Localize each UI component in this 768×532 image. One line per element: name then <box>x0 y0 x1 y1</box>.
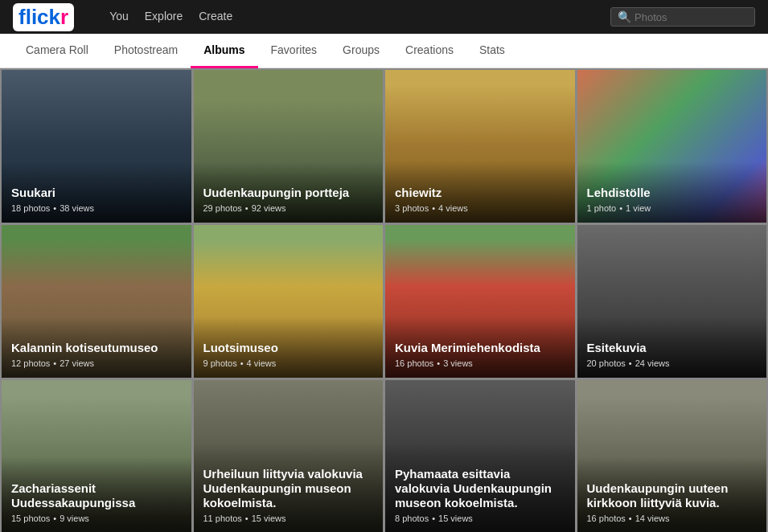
album-views: 4 views <box>247 358 277 368</box>
tabs-bar: Camera Roll Photostream Albums Favorites… <box>0 34 768 68</box>
album-tile[interactable]: Pyhamaata esittavia valokuvia Uudenkaupu… <box>385 380 575 532</box>
nav-you[interactable]: You <box>103 6 135 28</box>
tab-groups[interactable]: Groups <box>330 34 392 68</box>
album-photos: 15 photos <box>11 514 50 523</box>
album-meta: 18 photos•38 views <box>11 203 182 213</box>
album-views: 15 views <box>252 514 286 523</box>
album-meta: 29 photos•92 views <box>203 203 374 213</box>
album-photos: 18 photos <box>11 203 50 213</box>
album-photos: 29 photos <box>203 203 242 213</box>
album-overlay: Kalannin kotiseutumuseo12 photos•27 view… <box>2 317 191 378</box>
album-overlay: chiewitz3 photos•4 views <box>385 162 575 223</box>
dot-separator: • <box>437 358 440 368</box>
album-title: Esitekuvia <box>587 341 758 355</box>
dot-separator: • <box>53 514 56 523</box>
album-meta: 8 photos•15 views <box>395 514 565 523</box>
album-tile[interactable]: Suukari18 photos•38 views <box>2 70 191 223</box>
dot-separator: • <box>629 514 632 523</box>
album-tile[interactable]: Kuvia Merimiehenkodista16 photos•3 views <box>385 225 575 378</box>
album-meta: 12 photos•27 views <box>11 358 182 368</box>
tab-camera-roll[interactable]: Camera Roll <box>13 34 101 68</box>
album-photos: 11 photos <box>203 514 242 523</box>
album-meta: 20 photos•24 views <box>587 358 758 368</box>
album-photos: 8 photos <box>395 514 429 523</box>
album-meta: 1 photo•1 view <box>587 203 758 213</box>
album-overlay: Zachariassenit Uudessakaupungissa15 phot… <box>2 457 191 532</box>
album-views: 1 view <box>626 203 651 213</box>
dot-separator: • <box>432 203 435 213</box>
album-title: Lehdistölle <box>587 186 758 200</box>
album-tile[interactable]: Uudenkaupungin uuteen kirkkoon liittyviä… <box>577 380 767 532</box>
album-title: Kuvia Merimiehenkodista <box>395 341 565 355</box>
logo-blue: flick <box>18 5 60 30</box>
album-meta: 16 photos•14 views <box>587 514 758 523</box>
flickr-logo: flickr <box>13 3 80 31</box>
album-tile[interactable]: Kalannin kotiseutumuseo12 photos•27 view… <box>2 225 191 378</box>
album-title: Luotsimuseo <box>203 341 374 355</box>
album-tile[interactable]: Esitekuvia20 photos•24 views <box>577 225 767 378</box>
album-views: 3 views <box>443 358 473 368</box>
tab-stats[interactable]: Stats <box>466 34 518 68</box>
album-title: Zachariassenit Uudessakaupungissa <box>11 481 182 510</box>
album-overlay: Uudenkaupungin uuteen kirkkoon liittyviä… <box>577 457 767 532</box>
dot-separator: • <box>240 358 244 368</box>
albums-container: Suukari18 photos•38 viewsUudenkaupungin … <box>0 68 768 532</box>
dot-separator: • <box>53 203 56 213</box>
album-views: 14 views <box>635 514 670 523</box>
album-title: chiewitz <box>395 186 565 200</box>
album-title: Kalannin kotiseutumuseo <box>11 341 182 355</box>
album-views: 38 views <box>60 203 94 213</box>
album-tile[interactable]: Zachariassenit Uudessakaupungissa15 phot… <box>2 380 191 532</box>
search-input[interactable] <box>635 11 755 23</box>
logo-pink: r <box>60 5 68 30</box>
album-photos: 9 photos <box>203 358 237 368</box>
dot-separator: • <box>619 203 622 213</box>
header-search: 🔍 <box>610 7 755 27</box>
header: flickr You Explore Create 🔍 <box>0 0 768 34</box>
album-photos: 12 photos <box>11 358 50 368</box>
albums-grid: Suukari18 photos•38 viewsUudenkaupungin … <box>2 70 766 532</box>
album-overlay: Luotsimuseo9 photos•4 views <box>194 317 384 378</box>
tab-creations[interactable]: Creations <box>392 34 466 68</box>
album-title: Uudenkaupungin uuteen kirkkoon liittyviä… <box>587 481 758 510</box>
tab-favorites[interactable]: Favorites <box>258 34 331 68</box>
dot-separator: • <box>432 514 435 523</box>
album-photos: 1 photo <box>587 203 617 213</box>
search-icon: 🔍 <box>618 10 631 23</box>
album-views: 9 views <box>60 514 89 523</box>
album-overlay: Esitekuvia20 photos•24 views <box>577 317 767 378</box>
album-title: Uudenkaupungin portteja <box>203 186 374 200</box>
album-tile[interactable]: Uudenkaupungin portteja29 photos•92 view… <box>194 70 384 223</box>
dot-separator: • <box>245 514 248 523</box>
search-box: 🔍 <box>610 7 755 27</box>
album-tile[interactable]: Luotsimuseo9 photos•4 views <box>194 225 384 378</box>
album-photos: 16 photos <box>587 514 626 523</box>
tab-albums[interactable]: Albums <box>191 34 257 68</box>
nav-create[interactable]: Create <box>192 6 239 28</box>
album-views: 4 views <box>438 203 468 213</box>
dot-separator: • <box>245 203 248 213</box>
album-photos: 16 photos <box>395 358 433 368</box>
album-views: 92 views <box>252 203 286 213</box>
album-photos: 20 photos <box>587 358 626 368</box>
tab-photostream[interactable]: Photostream <box>101 34 191 68</box>
album-overlay: Urheiluun liittyvia valokuvia Uudenkaupu… <box>194 443 384 532</box>
album-tile[interactable]: Lehdistölle1 photo•1 view <box>577 70 767 223</box>
album-photos: 3 photos <box>395 203 429 213</box>
nav-explore[interactable]: Explore <box>138 6 189 28</box>
album-meta: 16 photos•3 views <box>395 358 565 368</box>
album-overlay: Uudenkaupungin portteja29 photos•92 view… <box>194 162 384 223</box>
album-meta: 11 photos•15 views <box>203 514 374 523</box>
album-views: 15 views <box>438 514 473 523</box>
album-overlay: Pyhamaata esittavia valokuvia Uudenkaupu… <box>385 443 575 532</box>
album-tile[interactable]: chiewitz3 photos•4 views <box>385 70 575 223</box>
album-meta: 15 photos•9 views <box>11 514 182 523</box>
album-overlay: Suukari18 photos•38 views <box>2 162 191 223</box>
album-title: Pyhamaata esittavia valokuvia Uudenkaupu… <box>395 467 565 510</box>
album-tile[interactable]: Urheiluun liittyvia valokuvia Uudenkaupu… <box>194 380 384 532</box>
dot-separator: • <box>629 358 632 368</box>
album-overlay: Lehdistölle1 photo•1 view <box>577 162 767 223</box>
album-meta: 9 photos•4 views <box>203 358 374 368</box>
header-nav: You Explore Create <box>103 6 239 27</box>
album-overlay: Kuvia Merimiehenkodista16 photos•3 views <box>385 317 575 378</box>
